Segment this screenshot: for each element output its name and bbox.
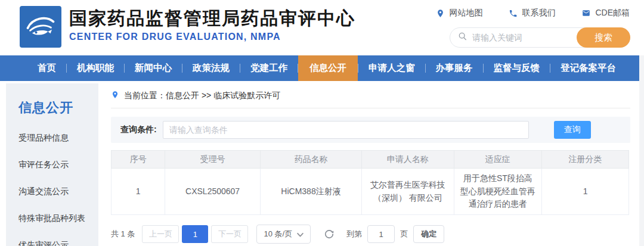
contact-link[interactable]: 联系我们 [509, 8, 555, 18]
prev-page-button[interactable]: 上一页 [142, 225, 179, 243]
nav-item-applicant-window[interactable]: 申请人之窗 [358, 55, 425, 81]
search-icon [458, 32, 467, 43]
col-header-acceptance-no: 受理号 [165, 151, 261, 169]
sidebar: 信息公开 受理品种信息 审评任务公示 沟通交流公示 特殊审批品种列表 优先审评公… [6, 83, 98, 246]
nav-item-services[interactable]: 办事服务 [426, 55, 483, 81]
table-row: 1 CXSL2500607 HiCM388注射液 艾尔普再生医学科技（深圳） 有… [112, 169, 629, 215]
cde-mail-link[interactable]: CDE邮箱 [581, 8, 630, 18]
sidebar-item-review-tasks[interactable]: 审评任务公示 [18, 160, 98, 170]
breadcrumb: 当前位置：信息公开 >> 临床试验默示许可 [111, 83, 630, 108]
cell-indication: 用于急性ST段抬高型心肌梗死经血管再通治疗后的患者 [454, 169, 542, 215]
query-label: 查询条件: [120, 124, 157, 135]
refresh-icon[interactable] [324, 229, 335, 239]
results-table: 序号 受理号 药品名称 申请人名称 适应症 注册分类 1 CXSL2500607… [111, 150, 629, 215]
table-header-row: 序号 受理号 药品名称 申请人名称 适应症 注册分类 [112, 151, 629, 169]
current-page-button[interactable]: 1 [182, 225, 208, 243]
main-content: 当前位置：信息公开 >> 临床试验默示许可 查询条件: 查询 序号 受理号 药品… [111, 83, 630, 244]
sidebar-item-accepted-varieties[interactable]: 受理品种信息 [18, 133, 98, 144]
page-size-label: 10 条/页 [264, 229, 292, 239]
nav-item-information-disclosure[interactable]: 信息公开 [298, 55, 358, 81]
next-page-button[interactable]: 下一页 [211, 225, 248, 243]
map-pin-icon [436, 9, 445, 18]
sidebar-item-communication[interactable]: 沟通交流公示 [18, 186, 98, 197]
nav-item-party-building[interactable]: 党建工作 [240, 55, 298, 81]
site-logo[interactable] [20, 6, 61, 48]
breadcrumb-label: 当前位置：信息公开 >> 临床试验默示许可 [124, 91, 280, 101]
page-size-select[interactable]: 10 条/页 [256, 225, 311, 244]
goto-page-group: 到第 页 确定 [346, 225, 444, 243]
nav-item-functions[interactable]: 机构职能 [67, 55, 124, 81]
pagination-total: 共 1 条 [111, 229, 135, 239]
phone-icon [509, 9, 518, 18]
site-header: 国家药品监督管理局药品审评中心 CENTER FOR DRUG EVALUATI… [0, 0, 644, 55]
cell-registration-class: 1 [542, 169, 629, 215]
goto-prefix-label: 到第 [346, 229, 362, 239]
col-header-applicant: 申请人名称 [362, 151, 454, 169]
query-bar: 查询条件: 查询 [111, 117, 630, 143]
site-title-en: CENTER FOR DRUG EVALUATION, NMPA [69, 32, 355, 42]
main-nav: 首页 机构职能 新闻中心 政策法规 党建工作 信息公开 申请人之窗 办事服务 监… [0, 55, 639, 81]
cell-seq: 1 [112, 169, 165, 215]
header-utility-links: 网站地图 联系我们 CDE邮箱 [436, 8, 630, 18]
cell-acceptance-no: CXSL2500607 [165, 169, 261, 215]
goto-page-input[interactable] [367, 225, 395, 243]
sitemap-link[interactable]: 网站地图 [436, 8, 482, 18]
goto-confirm-button[interactable]: 确定 [413, 225, 444, 243]
sidebar-item-priority-review[interactable]: 优先审评公示 [18, 240, 98, 246]
site-title-block: 国家药品监督管理局药品审评中心 CENTER FOR DRUG EVALUATI… [69, 7, 355, 42]
contact-link-label: 联系我们 [522, 8, 555, 18]
nav-item-supervision-feedback[interactable]: 监督与反馈 [484, 55, 550, 81]
cde-fish-logo-icon [23, 8, 58, 45]
site-search-button[interactable]: 搜索 [577, 27, 630, 48]
col-header-registration-class: 注册分类 [542, 151, 629, 169]
cell-applicant: 艾尔普再生医学科技（深圳） 有限公司 [362, 169, 454, 215]
envelope-icon [581, 9, 591, 17]
sidebar-item-special-approval-list[interactable]: 特殊审批品种列表 [18, 213, 98, 224]
goto-suffix-label: 页 [400, 229, 408, 239]
chevron-down-icon [297, 230, 304, 239]
location-pin-icon [111, 90, 119, 101]
nav-item-news[interactable]: 新闻中心 [125, 55, 182, 81]
nav-item-policies[interactable]: 政策法规 [182, 55, 240, 81]
cell-drug-name: HiCM388注射液 [260, 169, 361, 215]
col-header-seq: 序号 [112, 151, 165, 169]
nav-item-home[interactable]: 首页 [27, 55, 66, 81]
cde-mail-link-label: CDE邮箱 [595, 8, 630, 18]
pagination: 共 1 条 上一页 1 下一页 10 条/页 到第 页 确定 [111, 225, 630, 244]
site-search-bar: 搜索 [450, 27, 630, 48]
sidebar-title: 信息公开 [18, 99, 98, 117]
col-header-drug-name: 药品名称 [260, 151, 361, 169]
page-right-gutter [639, 55, 644, 246]
query-input[interactable] [163, 121, 529, 139]
col-header-indication: 适应症 [454, 151, 542, 169]
sitemap-link-label: 网站地图 [449, 8, 482, 18]
site-title-cn: 国家药品监督管理局药品审评中心 [69, 7, 355, 30]
query-button[interactable]: 查询 [554, 121, 591, 139]
nav-item-registration-platform[interactable]: 登记备案平台 [550, 55, 626, 81]
